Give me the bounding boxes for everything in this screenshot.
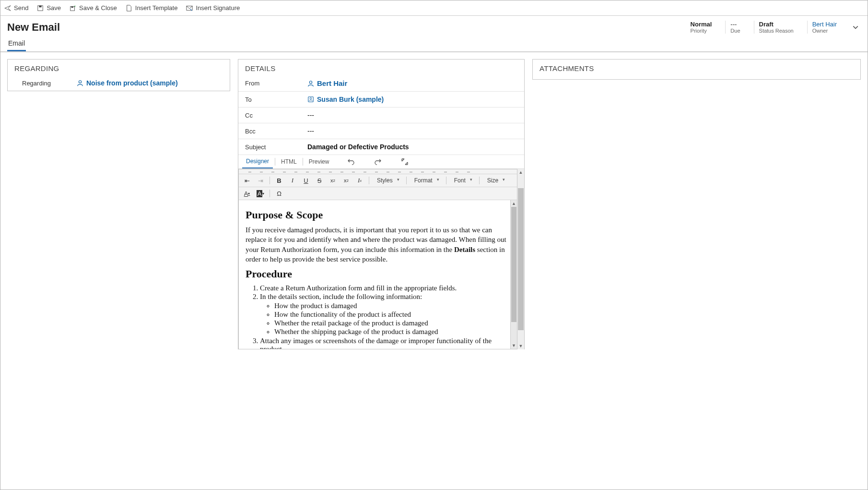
strike-button[interactable]: S bbox=[315, 176, 324, 185]
from-value[interactable]: Bert Hair bbox=[307, 79, 517, 87]
tab-strip: Email bbox=[0, 36, 868, 52]
cc-value: --- bbox=[307, 111, 517, 119]
to-value[interactable]: Susan Burk (sample) bbox=[307, 96, 517, 103]
cc-label: Cc bbox=[245, 112, 307, 119]
save-close-label: Save & Close bbox=[79, 4, 117, 12]
superscript-button[interactable]: x2 bbox=[342, 176, 351, 185]
tab-preview[interactable]: Preview bbox=[305, 155, 333, 168]
body-heading-2: Procedure bbox=[246, 268, 510, 280]
command-bar: Send Save Save & Close Insert Template I… bbox=[0, 0, 868, 16]
scroll-down-icon[interactable]: ▼ bbox=[511, 342, 517, 349]
subscript-button[interactable]: x2 bbox=[328, 176, 337, 185]
tab-designer[interactable]: Designer bbox=[242, 155, 273, 168]
tab-html[interactable]: HTML bbox=[277, 155, 301, 168]
save-close-button[interactable]: Save & Close bbox=[70, 4, 117, 12]
due-field[interactable]: --- Due bbox=[725, 21, 745, 34]
scroll-down-icon[interactable]: ▼ bbox=[517, 343, 524, 349]
person-icon bbox=[77, 80, 83, 86]
status-label: Status Reason bbox=[759, 28, 794, 34]
scroll-thumb[interactable] bbox=[518, 188, 524, 330]
special-char-button[interactable]: Ω bbox=[275, 189, 283, 198]
send-label: Send bbox=[14, 4, 28, 12]
regarding-link-text: Noise from product (sample) bbox=[86, 79, 178, 87]
svg-rect-1 bbox=[39, 5, 42, 7]
editor-outer: ⇤ ⇥ B I U S x2 x2 Ix Styles Format bbox=[238, 169, 524, 349]
main-content: REGARDING Regarding Noise from product (… bbox=[0, 52, 868, 479]
signature-icon bbox=[186, 5, 193, 12]
details-column: DETAILS From Bert Hair To Susan Burk (sa… bbox=[238, 59, 525, 472]
inner-scrollbar[interactable]: ▲ ▼ bbox=[510, 200, 517, 349]
italic-button[interactable]: I bbox=[288, 176, 297, 185]
scroll-up-icon[interactable]: ▲ bbox=[511, 200, 517, 207]
body-sub-list: How the product is damaged How the funct… bbox=[274, 302, 510, 336]
rich-text-editor: ⇤ ⇥ B I U S x2 x2 Ix Styles Format bbox=[238, 169, 517, 349]
redo-button[interactable] bbox=[374, 158, 382, 166]
insert-signature-label: Insert Signature bbox=[196, 4, 240, 12]
attachments-column: ATTACHMENTS bbox=[532, 59, 861, 472]
insert-template-button[interactable]: Insert Template bbox=[126, 4, 178, 12]
size-dropdown[interactable]: Size bbox=[484, 176, 507, 185]
from-field[interactable]: From Bert Hair bbox=[238, 75, 524, 92]
fullscreen-button[interactable] bbox=[401, 158, 409, 166]
underline-button[interactable]: U bbox=[302, 176, 310, 185]
bcc-field[interactable]: Bcc --- bbox=[238, 123, 524, 139]
styles-dropdown[interactable]: Styles bbox=[374, 176, 401, 185]
owner-field[interactable]: Bert Hair Owner bbox=[807, 21, 842, 34]
rte-toolbar-row-2: ⇤ ⇥ B I U S x2 x2 Ix Styles Format bbox=[239, 174, 517, 187]
outer-scrollbar[interactable]: ▲ ▼ bbox=[517, 169, 524, 349]
priority-field[interactable]: Normal Priority bbox=[686, 21, 717, 34]
body-paragraph-1: If you receive damaged products, it is i… bbox=[246, 225, 510, 264]
regarding-field[interactable]: Regarding Noise from product (sample) bbox=[8, 75, 230, 91]
scroll-up-icon[interactable]: ▲ bbox=[517, 169, 524, 176]
list-item: How the functionality of the product is … bbox=[274, 311, 510, 319]
subject-field[interactable]: Subject Damaged or Defective Products bbox=[238, 139, 524, 155]
bold-button[interactable]: B bbox=[275, 176, 283, 185]
subject-label: Subject bbox=[245, 143, 307, 151]
text-color-button[interactable]: A▾ bbox=[243, 189, 251, 198]
format-dropdown[interactable]: Format bbox=[411, 176, 441, 185]
insert-template-label: Insert Template bbox=[135, 4, 178, 12]
list-item: Whether the shipping package of the prod… bbox=[274, 328, 510, 336]
regarding-column: REGARDING Regarding Noise from product (… bbox=[7, 59, 230, 472]
send-button[interactable]: Send bbox=[4, 4, 28, 12]
scroll-thumb[interactable] bbox=[511, 207, 516, 322]
contact-icon bbox=[307, 96, 314, 103]
indent-button[interactable]: ⇥ bbox=[256, 176, 265, 185]
to-field[interactable]: To Susan Burk (sample) bbox=[238, 92, 524, 108]
owner-value: Bert Hair bbox=[812, 21, 837, 28]
tab-email[interactable]: Email bbox=[7, 36, 26, 51]
font-dropdown[interactable]: Font bbox=[451, 176, 474, 185]
status-field[interactable]: Draft Status Reason bbox=[754, 21, 798, 34]
priority-label: Priority bbox=[691, 28, 712, 34]
details-title: DETAILS bbox=[238, 60, 524, 75]
due-value: --- bbox=[730, 21, 740, 28]
bg-color-button[interactable]: A▾ bbox=[256, 189, 265, 198]
list-item: How the product is damaged bbox=[274, 302, 510, 310]
send-icon bbox=[4, 5, 11, 12]
clear-format-button[interactable]: Ix bbox=[355, 176, 364, 185]
attachments-title: ATTACHMENTS bbox=[533, 60, 860, 79]
editor-body[interactable]: Purpose & Scope If you receive damaged p… bbox=[239, 200, 517, 349]
subject-value: Damaged or Defective Products bbox=[307, 143, 517, 151]
save-button[interactable]: Save bbox=[37, 4, 61, 12]
svg-point-6 bbox=[309, 81, 312, 83]
regarding-value[interactable]: Noise from product (sample) bbox=[77, 79, 223, 87]
svg-rect-3 bbox=[71, 6, 73, 8]
form-header: New Email Normal Priority --- Due Draft … bbox=[0, 16, 868, 36]
undo-button[interactable] bbox=[347, 158, 355, 166]
to-link-text: Susan Burk (sample) bbox=[317, 96, 384, 103]
save-label: Save bbox=[47, 4, 61, 12]
body-ordered-list: Create a Return Authorization form and f… bbox=[260, 284, 510, 349]
to-label: To bbox=[245, 96, 307, 103]
outdent-button[interactable]: ⇤ bbox=[243, 176, 251, 185]
header-meta: Normal Priority --- Due Draft Status Rea… bbox=[686, 21, 861, 34]
insert-signature-button[interactable]: Insert Signature bbox=[186, 4, 240, 12]
expand-header-button[interactable] bbox=[850, 24, 861, 31]
cc-field[interactable]: Cc --- bbox=[238, 108, 524, 123]
separator bbox=[303, 158, 303, 166]
attachments-panel[interactable]: ATTACHMENTS bbox=[532, 59, 861, 80]
rte-toolbar-row-3: A▾ A▾ Ω bbox=[239, 187, 517, 200]
due-label: Due bbox=[730, 28, 740, 34]
status-value: Draft bbox=[759, 21, 794, 28]
regarding-title: REGARDING bbox=[8, 60, 230, 75]
